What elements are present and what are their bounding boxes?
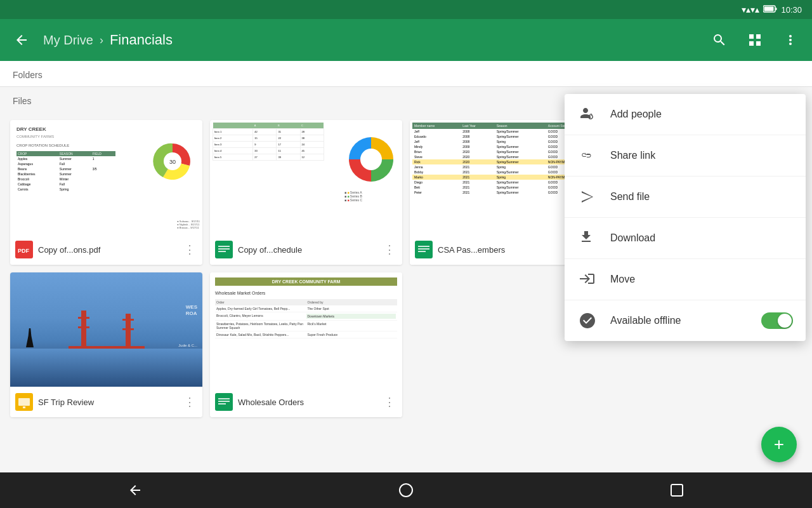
- svg-point-28: [400, 484, 412, 497]
- svg-rect-12: [218, 248, 230, 250]
- nav-recents-button[interactable]: [658, 478, 696, 503]
- file-thumbnail: DRY CREEK COMMUNITY FARMS CROP ROTATION …: [10, 120, 202, 234]
- file-thumbnail: A B C Item 1423128 Item 2152238 Item 391…: [210, 120, 402, 234]
- status-icons: ▾▴▾▴ 10:30: [742, 4, 802, 15]
- svg-text:PDF: PDF: [18, 248, 30, 254]
- folders-label: Folders: [13, 70, 43, 80]
- toggle-knob: [778, 314, 792, 328]
- available-offline-item[interactable]: Available offline: [565, 300, 806, 341]
- file-footer: Wholesale Orders ⋮: [210, 387, 402, 417]
- svg-rect-27: [218, 403, 226, 404]
- top-bar: My Drive › Financials: [0, 19, 812, 61]
- add-people-label: Add people: [610, 109, 793, 120]
- svg-rect-1: [764, 7, 774, 11]
- file-more-button[interactable]: ⋮: [182, 394, 197, 410]
- send-icon: [577, 187, 598, 207]
- files-label: Files: [13, 96, 32, 106]
- file-more-button[interactable]: ⋮: [382, 394, 397, 410]
- file-more-button[interactable]: ⋮: [382, 242, 397, 257]
- file-footer: SF Trip Review ⋮: [10, 387, 202, 417]
- status-bar: ▾▴▾▴ 10:30: [0, 0, 812, 19]
- svg-rect-16: [418, 248, 429, 250]
- download-item[interactable]: Download: [565, 218, 806, 259]
- grid-view-button[interactable]: [743, 29, 766, 51]
- breadcrumb-mydrive[interactable]: My Drive: [43, 33, 93, 48]
- add-people-item[interactable]: Add people: [565, 94, 806, 135]
- slides-icon: [15, 393, 33, 411]
- file-footer: PDF Copy of...ons.pdf ⋮: [10, 234, 202, 265]
- more-options-button[interactable]: [779, 29, 802, 51]
- sheets-icon: [215, 241, 233, 258]
- battery-icon: [763, 4, 777, 15]
- fab-add-button[interactable]: +: [761, 427, 797, 462]
- send-file-item[interactable]: Send file: [565, 177, 806, 218]
- offline-icon: [577, 311, 598, 331]
- file-name: Wholesale Orders: [238, 398, 377, 407]
- file-thumbnail: Jude & C... WESROA: [10, 272, 202, 387]
- folders-section-header: Folders: [0, 61, 812, 87]
- svg-point-9: [360, 149, 382, 170]
- status-time: 10:30: [781, 5, 802, 15]
- svg-rect-23: [23, 406, 25, 408]
- file-card[interactable]: DRY CREEK COMMUNITY FARM Wholesale Marke…: [210, 272, 402, 417]
- download-label: Download: [610, 232, 793, 244]
- file-name: SF Trip Review: [38, 398, 177, 407]
- file-more-button[interactable]: ⋮: [182, 242, 197, 257]
- share-link-item[interactable]: Share link: [565, 135, 806, 177]
- share-link-label: Share link: [610, 150, 793, 161]
- available-offline-label: Available offline: [610, 315, 749, 326]
- file-card[interactable]: A B C Item 1423128 Item 2152238 Item 391…: [210, 120, 402, 265]
- dropdown-menu: Add people Share link Send file Download: [565, 94, 806, 341]
- sheets-icon: [415, 241, 433, 258]
- svg-rect-17: [418, 251, 426, 252]
- nav-home-button[interactable]: [387, 478, 425, 503]
- breadcrumb-chevron: ›: [100, 34, 103, 47]
- svg-rect-13: [218, 251, 226, 252]
- svg-rect-22: [18, 398, 30, 406]
- file-name: Copy of...ons.pdf: [38, 245, 177, 255]
- add-person-icon: [577, 104, 598, 124]
- svg-rect-11: [218, 246, 230, 247]
- file-thumbnail: DRY CREEK COMMUNITY FARM Wholesale Marke…: [210, 272, 402, 387]
- svg-rect-25: [218, 398, 230, 399]
- back-button[interactable]: [10, 29, 33, 51]
- fab-plus-icon: +: [774, 434, 784, 455]
- bottom-nav: [0, 472, 812, 508]
- link-icon: [577, 145, 598, 166]
- move-icon: [577, 269, 598, 290]
- svg-rect-29: [671, 485, 683, 496]
- offline-toggle[interactable]: [761, 312, 793, 329]
- svg-text:30: 30: [169, 159, 176, 165]
- download-icon: [577, 228, 598, 248]
- file-name: CSA Pas...embers: [438, 245, 577, 255]
- nav-back-button[interactable]: [116, 478, 154, 503]
- top-bar-actions: [708, 29, 802, 51]
- wifi-icon: ▾▴▾▴: [742, 4, 759, 15]
- toggle-switch[interactable]: [761, 312, 793, 329]
- svg-rect-2: [776, 8, 777, 10]
- search-button[interactable]: [708, 29, 731, 51]
- file-card[interactable]: DRY CREEK COMMUNITY FARMS CROP ROTATION …: [10, 120, 202, 265]
- move-item[interactable]: Move: [565, 259, 806, 300]
- move-label: Move: [610, 274, 793, 285]
- svg-rect-15: [418, 246, 429, 247]
- breadcrumb: My Drive › Financials: [43, 32, 698, 48]
- file-footer: Copy of...chedule ⋮: [210, 234, 402, 265]
- svg-rect-26: [218, 401, 230, 402]
- file-name: Copy of...chedule: [238, 245, 377, 255]
- sheets-icon: [215, 393, 233, 411]
- file-card[interactable]: Jude & C... WESROA SF Trip Review ⋮: [10, 272, 202, 417]
- send-file-label: Send file: [610, 191, 793, 203]
- pdf-icon: PDF: [15, 241, 33, 258]
- breadcrumb-current: Financials: [110, 32, 173, 48]
